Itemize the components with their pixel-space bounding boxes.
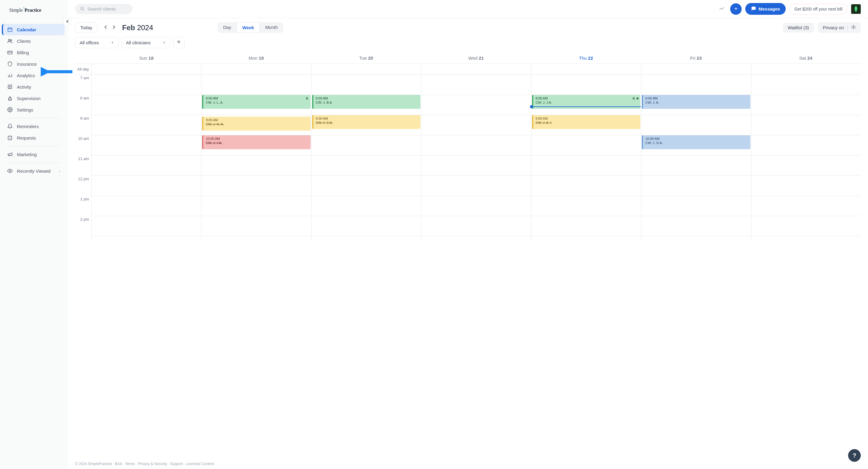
main-nav: CalendarClientsBillingInsuranceAnalytics… [0, 21, 67, 469]
time-label: 12 pm [75, 177, 91, 197]
filter-button[interactable] [173, 37, 185, 48]
sidebar-item-supervision[interactable]: Supervision [3, 93, 65, 104]
activity-icon [7, 84, 13, 90]
megaphone-icon [7, 152, 13, 157]
sidebar-item-requests[interactable]: Requests [3, 132, 65, 143]
promo-button[interactable]: Get $200 off your next bill [789, 4, 847, 14]
svg-rect-9 [8, 51, 12, 54]
filters-row: All offices▼ All clinicians▼ [68, 36, 868, 53]
calendar-event[interactable]: 9:00 AMCW: J. A. I. [532, 115, 640, 129]
day-column[interactable]: 8:00 AMCW: J. B A.9:00 AMCW: J. C A. [311, 75, 421, 239]
note-icon: 🗎 [632, 96, 636, 100]
svg-point-29 [81, 7, 84, 10]
avatar[interactable] [851, 4, 861, 14]
time-label: 9 am [75, 116, 91, 136]
allday-row: All day [75, 64, 861, 75]
footer-link[interactable]: Terms [125, 462, 135, 466]
messages-button[interactable]: Messages [745, 3, 786, 15]
calendar-event[interactable]: 8:00 AMCW: J. B A. [312, 95, 421, 109]
logo[interactable]: SimplePractice [0, 0, 67, 21]
requests-icon [7, 135, 13, 140]
clinicians-dropdown[interactable]: All clinicians▼ [122, 37, 170, 48]
sidebar-item-label: Analytics [17, 73, 35, 78]
sidebar-item-calendar[interactable]: Calendar [2, 24, 65, 35]
day-column[interactable]: 🗎8:00 AMCW: J. L. A.9:05 AMCW: J. N. A.1… [201, 75, 311, 239]
allday-cell[interactable] [751, 64, 861, 74]
clients-icon [7, 38, 13, 44]
sidebar-item-insurance[interactable]: Insurance [3, 58, 65, 70]
footer-link[interactable]: Support [170, 462, 183, 466]
supervision-icon [7, 96, 13, 101]
sidebar-item-clients[interactable]: Clients [3, 35, 65, 47]
sidebar-item-reminders[interactable]: Reminders [3, 121, 65, 132]
privacy-button[interactable]: Privacy on | [818, 22, 861, 33]
settings-icon [7, 107, 13, 112]
video-icon: ■ [637, 96, 639, 100]
day-column[interactable] [91, 75, 201, 239]
svg-text:Practice: Practice [25, 7, 41, 13]
svg-text:Simple: Simple [9, 7, 23, 13]
calendar-header: Sun 18Mon 19Tue 20Wed 21Thu 22Fri 23Sat … [75, 53, 861, 64]
chevron-right-icon: › [59, 168, 60, 174]
footer-link[interactable]: BAA [115, 462, 122, 466]
sidebar-item-settings[interactable]: Settings [3, 104, 65, 115]
sidebar-collapse-button[interactable] [63, 18, 71, 25]
day-column[interactable] [751, 75, 861, 239]
sidebar-item-label: Reminders [17, 124, 39, 129]
sidebar-item-label: Insurance [17, 62, 37, 67]
svg-point-19 [8, 99, 9, 100]
svg-point-28 [9, 170, 11, 172]
allday-cell[interactable] [201, 64, 311, 74]
day-header: Sun 18 [91, 53, 201, 64]
view-day[interactable]: Day [218, 22, 237, 33]
view-month[interactable]: Month [260, 22, 283, 33]
calendar-grid[interactable]: 7 am8 am9 am10 am11 am12 pm1 pm2 pm 🗎8:0… [75, 75, 861, 459]
bell-icon [7, 124, 13, 129]
today-button[interactable]: Today [75, 22, 97, 33]
footer-link[interactable]: Privacy & Security [138, 462, 167, 466]
sidebar-item-label: Recently Viewed [17, 168, 50, 174]
sidebar-item-marketing[interactable]: Marketing [3, 148, 65, 160]
prev-button[interactable] [102, 24, 110, 31]
analytics-icon [7, 73, 13, 78]
day-header: Tue 20 [311, 53, 421, 64]
waitlist-button[interactable]: Waitlist (3) [783, 23, 814, 33]
sidebar-item-activity[interactable]: Activity [3, 81, 65, 93]
view-switch: Day Week Month [218, 22, 283, 33]
calendar-event[interactable]: 9:00 AMCW: J. C A. [312, 115, 421, 129]
allday-cell[interactable] [91, 64, 201, 74]
search-input[interactable]: Search clients [75, 4, 132, 14]
footer-link[interactable]: Licensed Content [186, 462, 214, 466]
sidebar-item-recently-viewed[interactable]: Recently Viewed › [3, 165, 65, 177]
day-column[interactable]: 🗎■8:00 AMCW: J. J A.9:00 AMCW: J. A. I. [531, 75, 641, 239]
day-header: Wed 21 [421, 53, 531, 64]
calendar-controls: Today Feb 2024 Day Week Month Waitlist (… [68, 18, 868, 36]
add-button[interactable]: + [730, 3, 742, 15]
sidebar-item-analytics[interactable]: Analytics [3, 70, 65, 81]
sidebar-item-billing[interactable]: Billing [3, 47, 65, 58]
now-indicator [531, 106, 641, 107]
calendar-event[interactable]: 9:05 AMCW: J. N. A. [202, 116, 310, 131]
allday-cell[interactable] [311, 64, 421, 74]
svg-point-7 [8, 39, 10, 41]
analytics-icon-button[interactable] [717, 4, 726, 14]
calendar-event[interactable]: 🗎8:00 AMCW: J. L. A. [202, 95, 310, 109]
allday-cell[interactable] [421, 64, 531, 74]
topbar: Search clients + Messages Get $200 off y… [68, 0, 868, 18]
view-week[interactable]: Week [237, 22, 260, 33]
day-column[interactable]: 8:00 AMCW: J. A.10:00 AMCW: J. G A. [641, 75, 751, 239]
day-column[interactable] [421, 75, 531, 239]
svg-point-8 [10, 40, 12, 41]
help-button[interactable]: ? [848, 449, 861, 462]
allday-cell[interactable] [531, 64, 641, 74]
offices-dropdown[interactable]: All offices▼ [75, 37, 119, 48]
next-button[interactable] [110, 24, 118, 31]
sidebar-item-label: Supervision [17, 96, 40, 101]
time-label: 1 pm [75, 197, 91, 217]
calendar-event[interactable]: 8:00 AMCW: J. A. [642, 95, 750, 109]
allday-cell[interactable] [641, 64, 751, 74]
search-icon [80, 6, 85, 12]
calendar-event[interactable]: 10:00 AMCW: J. G A. [642, 135, 750, 149]
billing-icon [7, 50, 13, 55]
calendar-event[interactable]: 10:00 AMCW: J. J A. [202, 135, 310, 149]
